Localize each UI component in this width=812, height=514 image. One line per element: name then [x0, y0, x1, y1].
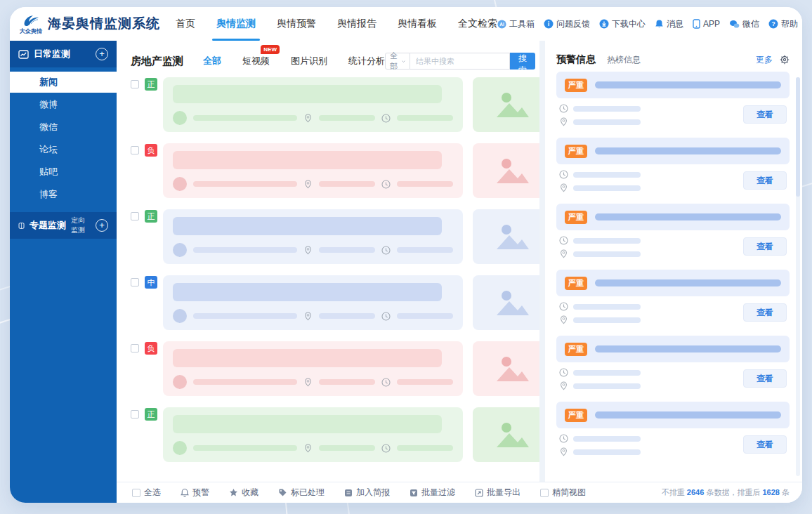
- compact-view-toggle[interactable]: 精简视图: [540, 487, 586, 499]
- nav-warning[interactable]: 舆情预警: [277, 7, 316, 41]
- thumbnail: [473, 407, 539, 462]
- messages-button[interactable]: 消息: [655, 18, 683, 30]
- sidebar-item-forum[interactable]: 论坛: [10, 139, 117, 160]
- result-card[interactable]: [163, 341, 463, 396]
- help-button[interactable]: ? 帮助: [768, 18, 798, 30]
- main-panel-header: 房地产监测 全部 短视频 NEW 图片识别 统计分析 全部: [131, 48, 527, 74]
- alert-item[interactable]: 严重 查看: [556, 72, 790, 131]
- alert-item[interactable]: 严重 查看: [556, 204, 790, 263]
- nav-report[interactable]: 舆情报告: [337, 7, 376, 41]
- row-checkbox[interactable]: [131, 344, 139, 352]
- sidebar-item-wechat[interactable]: 微信: [10, 117, 117, 138]
- batch-export-button[interactable]: 批量导出: [475, 487, 520, 499]
- warn-action-button[interactable]: 预警: [181, 487, 209, 499]
- select-all-checkbox[interactable]: [132, 489, 140, 497]
- sidebar-group-daily[interactable]: 日常监测 +: [10, 41, 117, 67]
- nav-monitor[interactable]: 舆情监测: [216, 7, 256, 41]
- thumbnail: [473, 275, 539, 330]
- result-card[interactable]: [163, 143, 463, 198]
- time-placeholder: [397, 313, 453, 319]
- result-card[interactable]: [163, 77, 463, 132]
- add-daily-monitor-button[interactable]: +: [96, 48, 108, 60]
- row-checkbox[interactable]: [131, 278, 139, 286]
- toolbox-button[interactable]: AI 工具箱: [497, 18, 535, 30]
- sidebar-item-news[interactable]: 新闻: [10, 72, 117, 93]
- location-placeholder: [319, 115, 375, 121]
- help-label: 帮助: [781, 18, 798, 30]
- alerts-settings-button[interactable]: [780, 55, 790, 65]
- view-button[interactable]: 查看: [743, 237, 787, 256]
- row-checkbox[interactable]: [131, 146, 139, 154]
- sidebar-item-blog[interactable]: 博客: [10, 184, 117, 205]
- tab-short-video[interactable]: 短视频 NEW: [242, 55, 270, 67]
- row-checkbox[interactable]: [131, 80, 139, 88]
- alert-item[interactable]: 严重 查看: [556, 270, 790, 329]
- batch-filter-button[interactable]: 批量过滤: [410, 487, 455, 499]
- select-all-button[interactable]: 全选: [132, 487, 161, 499]
- list-item[interactable]: 正: [131, 77, 527, 132]
- feedback-button[interactable]: i 问题反馈: [544, 18, 590, 30]
- source-placeholder: [193, 115, 297, 121]
- alert-item[interactable]: 严重 查看: [556, 336, 790, 395]
- stats-prefix: 不排重: [662, 488, 685, 496]
- app-title: 海晏舆情监测系统: [48, 15, 160, 33]
- search-button[interactable]: 搜索: [510, 53, 535, 70]
- list-item[interactable]: 中: [131, 275, 527, 330]
- sidebar-group-topic[interactable]: 专题监测 定向监测 +: [10, 212, 117, 239]
- tab-statistics[interactable]: 统计分析: [348, 55, 385, 67]
- search-scope-select[interactable]: 全部: [385, 53, 410, 70]
- alert-item[interactable]: 严重 查看: [556, 138, 790, 197]
- filter-icon: [410, 489, 418, 497]
- alert-location-placeholder: [573, 383, 641, 389]
- alerts-scrollbar[interactable]: [796, 77, 800, 476]
- help-icon: ?: [768, 19, 778, 29]
- feedback-label: 问题反馈: [556, 18, 590, 30]
- result-card[interactable]: [163, 209, 463, 264]
- nav-board[interactable]: 舆情看板: [398, 7, 437, 41]
- alert-title-placeholder: [595, 345, 781, 352]
- add-topic-monitor-button[interactable]: +: [96, 219, 108, 232]
- add-to-briefing-button[interactable]: 加入简报: [344, 487, 390, 499]
- thumbnail: [473, 209, 539, 264]
- alerts-tab-warning[interactable]: 预警信息: [556, 53, 596, 66]
- row-checkbox[interactable]: [131, 410, 139, 419]
- message-bell-icon: [655, 19, 664, 29]
- sidebar-item-tieba[interactable]: 贴吧: [10, 162, 117, 183]
- view-button[interactable]: 查看: [743, 171, 787, 190]
- list-item[interactable]: 正: [131, 407, 527, 462]
- app-button[interactable]: APP: [693, 19, 720, 29]
- alerts-more-link[interactable]: 更多: [756, 54, 773, 66]
- location-icon: [559, 315, 568, 324]
- sidebar-item-weibo[interactable]: 微博: [10, 94, 117, 115]
- list-item[interactable]: 负: [131, 341, 527, 396]
- result-card[interactable]: [163, 275, 463, 330]
- stats-middle: 条数据，排重后: [706, 488, 760, 496]
- alert-item[interactable]: 严重 查看: [556, 402, 790, 461]
- bottom-toolbar: 全选 预警 收藏 标已处理 加入简报 批量过滤 批量导出 精简视图: [117, 482, 802, 503]
- result-card[interactable]: [163, 407, 463, 462]
- alerts-tab-hotlist[interactable]: 热榜信息: [607, 54, 641, 66]
- tab-all[interactable]: 全部: [203, 55, 221, 67]
- view-button[interactable]: 查看: [743, 369, 787, 388]
- list-item[interactable]: 正: [131, 209, 527, 264]
- mark-processed-button[interactable]: 标已处理: [278, 487, 325, 499]
- tab-image-recognition[interactable]: 图片识别: [291, 55, 327, 67]
- view-button[interactable]: 查看: [743, 435, 787, 454]
- download-center-button[interactable]: 下载中心: [599, 18, 646, 30]
- alert-title-placeholder: [595, 81, 781, 88]
- wechat-button[interactable]: 微信: [729, 18, 759, 30]
- stats-count-after: 1628: [762, 488, 779, 496]
- scrollbar-thumb[interactable]: [796, 77, 800, 197]
- row-checkbox[interactable]: [131, 212, 139, 220]
- compact-view-checkbox[interactable]: [540, 489, 549, 497]
- view-button[interactable]: 查看: [743, 303, 787, 322]
- nav-fulltext-search[interactable]: 全文检索: [458, 7, 497, 41]
- alert-title-placeholder: [595, 213, 781, 220]
- view-button[interactable]: 查看: [743, 105, 787, 124]
- compact-view-label: 精简视图: [552, 487, 586, 499]
- nav-home[interactable]: 首页: [176, 7, 195, 41]
- search-input[interactable]: [410, 53, 510, 70]
- list-item[interactable]: 负: [131, 143, 527, 198]
- favorite-button[interactable]: 收藏: [229, 487, 258, 499]
- meta-row: [173, 309, 453, 323]
